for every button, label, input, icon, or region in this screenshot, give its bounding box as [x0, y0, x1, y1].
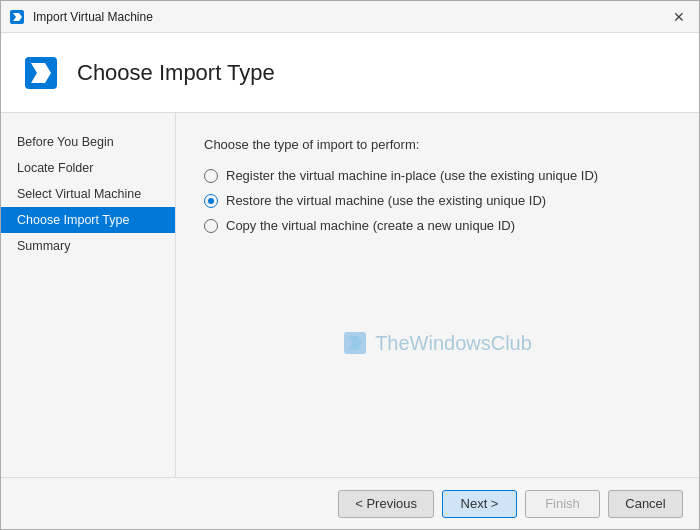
radio-copy-new-id-label: Copy the virtual machine (create a new u… — [226, 218, 515, 233]
watermark-icon — [343, 331, 367, 355]
watermark-text: TheWindowsClub — [375, 332, 532, 355]
wizard-footer: < Previous Next > Finish Cancel — [1, 477, 699, 529]
wizard-main: Choose the type of import to perform: Re… — [176, 113, 699, 477]
sidebar-item-locate-folder[interactable]: Locate Folder — [1, 155, 175, 181]
radio-copy-new-id-input[interactable] — [204, 219, 218, 233]
radio-register-inplace[interactable]: Register the virtual machine in-place (u… — [204, 168, 671, 183]
finish-button[interactable]: Finish — [525, 490, 600, 518]
header-title: Choose Import Type — [77, 60, 275, 86]
title-bar: Import Virtual Machine ✕ — [1, 1, 699, 33]
watermark: TheWindowsClub — [204, 233, 671, 453]
radio-register-inplace-label: Register the virtual machine in-place (u… — [226, 168, 598, 183]
wizard-content: Before You Begin Locate Folder Select Vi… — [1, 113, 699, 477]
radio-restore-existing-id-input[interactable] — [204, 194, 218, 208]
main-question: Choose the type of import to perform: — [204, 137, 671, 152]
radio-restore-existing-id[interactable]: Restore the virtual machine (use the exi… — [204, 193, 671, 208]
window-icon — [9, 9, 25, 25]
wizard-header: Choose Import Type — [1, 33, 699, 113]
sidebar-item-select-virtual-machine[interactable]: Select Virtual Machine — [1, 181, 175, 207]
radio-register-inplace-input[interactable] — [204, 169, 218, 183]
sidebar-item-before-you-begin[interactable]: Before You Begin — [1, 129, 175, 155]
window-title: Import Virtual Machine — [33, 10, 667, 24]
wizard-sidebar: Before You Begin Locate Folder Select Vi… — [1, 113, 176, 477]
close-button[interactable]: ✕ — [667, 5, 691, 29]
next-button[interactable]: Next > — [442, 490, 517, 518]
header-icon — [21, 53, 61, 93]
cancel-button[interactable]: Cancel — [608, 490, 683, 518]
sidebar-item-summary[interactable]: Summary — [1, 233, 175, 259]
radio-copy-new-id[interactable]: Copy the virtual machine (create a new u… — [204, 218, 671, 233]
import-type-options: Register the virtual machine in-place (u… — [204, 168, 671, 233]
sidebar-item-choose-import-type[interactable]: Choose Import Type — [1, 207, 175, 233]
import-virtual-machine-window: Import Virtual Machine ✕ Choose Import T… — [0, 0, 700, 530]
radio-restore-existing-id-label: Restore the virtual machine (use the exi… — [226, 193, 546, 208]
previous-button[interactable]: < Previous — [338, 490, 434, 518]
